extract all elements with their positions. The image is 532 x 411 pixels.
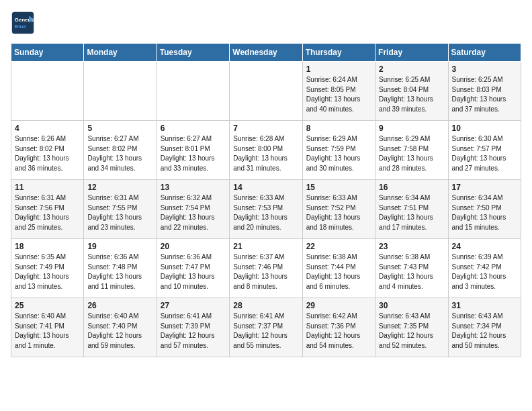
day-info: Sunrise: 6:25 AM Sunset: 8:04 PM Dayligh…: [379, 75, 444, 114]
calendar-cell: 26Sunrise: 6:40 AM Sunset: 7:40 PM Dayli…: [84, 298, 157, 357]
calendar-cell: 13Sunrise: 6:32 AM Sunset: 7:54 PM Dayli…: [157, 180, 229, 239]
day-number: 28: [233, 301, 298, 310]
calendar-week-5: 25Sunrise: 6:40 AM Sunset: 7:41 PM Dayli…: [11, 298, 521, 357]
day-number: 16: [379, 183, 444, 192]
header-wednesday: Wednesday: [230, 44, 302, 62]
calendar-cell: 14Sunrise: 6:33 AM Sunset: 7:53 PM Dayli…: [230, 180, 302, 239]
calendar-header-row: SundayMondayTuesdayWednesdayThursdayFrid…: [11, 44, 521, 62]
day-number: 12: [87, 183, 152, 192]
day-number: 22: [306, 242, 371, 251]
calendar-cell: 23Sunrise: 6:38 AM Sunset: 7:43 PM Dayli…: [375, 239, 448, 298]
day-info: Sunrise: 6:34 AM Sunset: 7:51 PM Dayligh…: [379, 193, 444, 232]
day-info: Sunrise: 6:26 AM Sunset: 8:02 PM Dayligh…: [15, 134, 80, 173]
calendar-cell: 7Sunrise: 6:28 AM Sunset: 8:00 PM Daylig…: [230, 121, 302, 180]
day-number: 11: [15, 183, 80, 192]
day-info: Sunrise: 6:29 AM Sunset: 7:58 PM Dayligh…: [379, 134, 444, 173]
day-info: Sunrise: 6:41 AM Sunset: 7:39 PM Dayligh…: [161, 312, 226, 351]
day-number: 31: [452, 301, 517, 310]
calendar-cell: 17Sunrise: 6:34 AM Sunset: 7:50 PM Dayli…: [448, 180, 521, 239]
calendar-cell: 6Sunrise: 6:27 AM Sunset: 8:01 PM Daylig…: [157, 121, 229, 180]
calendar-week-1: 1Sunrise: 6:24 AM Sunset: 8:05 PM Daylig…: [11, 62, 521, 121]
calendar-cell: [157, 62, 229, 121]
day-info: Sunrise: 6:42 AM Sunset: 7:36 PM Dayligh…: [306, 312, 371, 351]
day-number: 26: [87, 301, 152, 310]
day-number: 8: [306, 124, 371, 133]
day-number: 20: [161, 242, 226, 251]
header-saturday: Saturday: [448, 44, 521, 62]
day-info: Sunrise: 6:27 AM Sunset: 8:02 PM Dayligh…: [87, 134, 152, 173]
day-info: Sunrise: 6:30 AM Sunset: 7:57 PM Dayligh…: [452, 134, 517, 173]
day-number: 30: [379, 301, 444, 310]
svg-text:Blue: Blue: [14, 24, 26, 30]
day-info: Sunrise: 6:27 AM Sunset: 8:01 PM Dayligh…: [161, 134, 226, 173]
page-header: General Blue: [11, 11, 521, 35]
calendar-cell: 12Sunrise: 6:31 AM Sunset: 7:55 PM Dayli…: [84, 180, 157, 239]
day-number: 10: [452, 124, 517, 133]
day-info: Sunrise: 6:36 AM Sunset: 7:48 PM Dayligh…: [87, 253, 152, 291]
day-info: Sunrise: 6:29 AM Sunset: 7:59 PM Dayligh…: [306, 134, 371, 173]
day-info: Sunrise: 6:32 AM Sunset: 7:54 PM Dayligh…: [161, 193, 226, 232]
calendar-cell: 8Sunrise: 6:29 AM Sunset: 7:59 PM Daylig…: [302, 121, 375, 180]
calendar-cell: 15Sunrise: 6:33 AM Sunset: 7:52 PM Dayli…: [302, 180, 375, 239]
calendar-cell: [84, 62, 157, 121]
calendar-cell: 21Sunrise: 6:37 AM Sunset: 7:46 PM Dayli…: [230, 239, 302, 298]
day-info: Sunrise: 6:40 AM Sunset: 7:40 PM Dayligh…: [87, 312, 152, 351]
header-friday: Friday: [375, 44, 448, 62]
calendar-cell: 16Sunrise: 6:34 AM Sunset: 7:51 PM Dayli…: [375, 180, 448, 239]
day-number: 18: [15, 242, 80, 251]
calendar-cell: [11, 62, 84, 121]
day-number: 2: [379, 64, 444, 74]
calendar-cell: 27Sunrise: 6:41 AM Sunset: 7:39 PM Dayli…: [157, 298, 229, 357]
day-info: Sunrise: 6:33 AM Sunset: 7:52 PM Dayligh…: [306, 193, 371, 232]
calendar-cell: 9Sunrise: 6:29 AM Sunset: 7:58 PM Daylig…: [375, 121, 448, 180]
day-number: 24: [452, 242, 517, 251]
calendar-week-4: 18Sunrise: 6:35 AM Sunset: 7:49 PM Dayli…: [11, 239, 521, 298]
calendar-cell: 31Sunrise: 6:43 AM Sunset: 7:34 PM Dayli…: [448, 298, 521, 357]
calendar-week-3: 11Sunrise: 6:31 AM Sunset: 7:56 PM Dayli…: [11, 180, 521, 239]
calendar-cell: 1Sunrise: 6:24 AM Sunset: 8:05 PM Daylig…: [302, 62, 375, 121]
header-tuesday: Tuesday: [157, 44, 229, 62]
header-sunday: Sunday: [11, 44, 84, 62]
day-info: Sunrise: 6:36 AM Sunset: 7:47 PM Dayligh…: [161, 253, 226, 291]
logo: General Blue: [11, 11, 39, 35]
day-number: 15: [306, 183, 371, 192]
day-info: Sunrise: 6:39 AM Sunset: 7:42 PM Dayligh…: [452, 253, 517, 291]
calendar-cell: 18Sunrise: 6:35 AM Sunset: 7:49 PM Dayli…: [11, 239, 84, 298]
day-number: 29: [306, 301, 371, 310]
calendar-cell: 19Sunrise: 6:36 AM Sunset: 7:48 PM Dayli…: [84, 239, 157, 298]
day-number: 19: [87, 242, 152, 251]
day-number: 1: [306, 64, 371, 74]
logo-icon: General Blue: [11, 11, 35, 35]
day-info: Sunrise: 6:37 AM Sunset: 7:46 PM Dayligh…: [233, 253, 298, 291]
day-info: Sunrise: 6:35 AM Sunset: 7:49 PM Dayligh…: [15, 253, 80, 291]
day-number: 23: [379, 242, 444, 251]
day-info: Sunrise: 6:25 AM Sunset: 8:03 PM Dayligh…: [452, 75, 517, 114]
day-number: 9: [379, 124, 444, 133]
calendar-cell: 25Sunrise: 6:40 AM Sunset: 7:41 PM Dayli…: [11, 298, 84, 357]
day-number: 3: [452, 64, 517, 74]
day-number: 6: [161, 124, 226, 133]
calendar-cell: 30Sunrise: 6:43 AM Sunset: 7:35 PM Dayli…: [375, 298, 448, 357]
calendar-cell: 4Sunrise: 6:26 AM Sunset: 8:02 PM Daylig…: [11, 121, 84, 180]
calendar-cell: 10Sunrise: 6:30 AM Sunset: 7:57 PM Dayli…: [448, 121, 521, 180]
calendar-cell: 28Sunrise: 6:41 AM Sunset: 7:37 PM Dayli…: [230, 298, 302, 357]
day-info: Sunrise: 6:38 AM Sunset: 7:44 PM Dayligh…: [306, 253, 371, 291]
day-info: Sunrise: 6:43 AM Sunset: 7:34 PM Dayligh…: [452, 312, 517, 351]
header-monday: Monday: [84, 44, 157, 62]
day-number: 7: [233, 124, 298, 133]
header-thursday: Thursday: [302, 44, 375, 62]
calendar-cell: 2Sunrise: 6:25 AM Sunset: 8:04 PM Daylig…: [375, 62, 448, 121]
day-info: Sunrise: 6:34 AM Sunset: 7:50 PM Dayligh…: [452, 193, 517, 232]
calendar-cell: [230, 62, 302, 121]
calendar-cell: 22Sunrise: 6:38 AM Sunset: 7:44 PM Dayli…: [302, 239, 375, 298]
day-info: Sunrise: 6:24 AM Sunset: 8:05 PM Dayligh…: [306, 75, 371, 114]
day-number: 13: [161, 183, 226, 192]
day-number: 21: [233, 242, 298, 251]
day-number: 17: [452, 183, 517, 192]
day-info: Sunrise: 6:28 AM Sunset: 8:00 PM Dayligh…: [233, 134, 298, 173]
day-info: Sunrise: 6:31 AM Sunset: 7:56 PM Dayligh…: [15, 193, 80, 232]
calendar-cell: 11Sunrise: 6:31 AM Sunset: 7:56 PM Dayli…: [11, 180, 84, 239]
calendar-cell: 29Sunrise: 6:42 AM Sunset: 7:36 PM Dayli…: [302, 298, 375, 357]
day-number: 4: [15, 124, 80, 133]
day-number: 25: [15, 301, 80, 310]
